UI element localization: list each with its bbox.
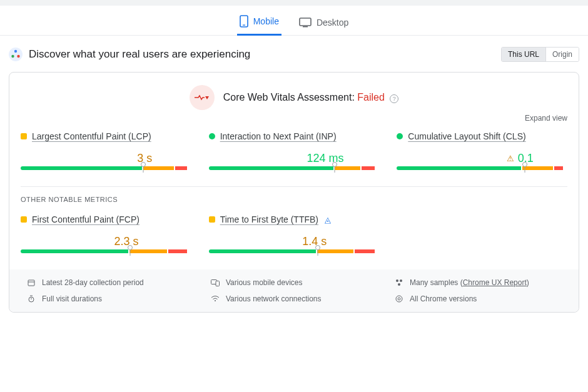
footer-collection-period: Latest 28-day collection period [27,278,193,287]
metric-name[interactable]: Time to First Byte (TTFB) [220,214,318,224]
toggle-origin[interactable]: Origin [546,48,579,61]
core-metric: Cumulative Layout Shift (CLS)⚠0.1 [397,131,567,178]
metric-title: First Contentful Paint (FCP) [21,214,191,224]
expand-view-button[interactable]: Expand view [21,114,567,123]
svg-point-4 [9,48,23,61]
svg-point-21 [398,298,400,300]
metric-name[interactable]: Largest Contentful Paint (LCP) [32,131,151,141]
status-indicator-icon [209,133,215,139]
percentile-marker-icon [332,162,338,168]
crux-logo-icon [9,48,23,61]
footer-samples: Many samples (Chrome UX Report) [395,278,561,287]
tab-mobile[interactable]: Mobile [237,8,281,36]
svg-point-15 [398,283,400,286]
svg-point-14 [400,279,402,282]
scope-toggle: This URL Origin [501,47,579,62]
other-metrics-row: First Contentful Paint (FCP)2.3 sTime to… [21,214,567,261]
timer-icon [27,295,36,303]
metric-title: Interaction to Next Paint (INP) [209,131,380,141]
percentile-marker-icon [315,245,321,251]
distribution-bar [397,166,567,178]
toggle-this-url[interactable]: This URL [502,48,546,61]
tab-mobile-label: Mobile [253,16,279,26]
distribution-bar [21,249,191,261]
svg-rect-1 [243,25,245,26]
svg-point-5 [14,50,17,53]
assessment-status-icon [190,85,215,110]
other-metrics-heading: Other Notable Metrics [21,196,567,203]
footer-network: Various network connections [211,294,377,303]
percentile-marker-icon [140,162,146,168]
distribution-bar [21,166,191,178]
device-tabs: Mobile Desktop [0,6,588,36]
distribution-bar [209,249,380,261]
calendar-icon [27,279,36,286]
distribution-bar [209,166,380,178]
svg-point-6 [11,55,14,58]
other-metric: Time to First Byte (TTFB)◬1.4 s [209,214,380,261]
assessment-status: Failed [357,92,385,103]
crux-report-link[interactable]: Chrome UX Report [463,278,527,287]
metric-title: Largest Contentful Paint (LCP) [21,131,191,141]
svg-rect-9 [28,280,34,286]
svg-rect-2 [300,18,311,26]
percentile-marker-icon [127,245,133,251]
warning-icon: ⚠ [507,154,514,163]
metadata-footer: Latest 28-day collection period Various … [9,269,579,312]
core-metric: Largest Contentful Paint (LCP)3 s [21,131,191,178]
devices-icon [211,279,220,286]
metric-title: Time to First Byte (TTFB)◬ [209,214,380,224]
svg-point-7 [17,55,19,58]
vitals-card: Core Web Vitals Assessment: Failed ? Exp… [9,72,579,313]
status-indicator-icon [21,216,27,223]
desktop-icon [299,18,312,28]
svg-rect-12 [216,281,220,286]
wifi-icon [211,296,220,302]
status-indicator-icon [209,216,215,223]
footer-devices: Various mobile devices [211,278,377,287]
status-indicator-icon [21,133,27,139]
svg-point-13 [396,279,398,282]
svg-point-19 [215,300,216,301]
assessment-label: Core Web Vitals Assessment: Failed ? [223,92,399,103]
metric-name[interactable]: First Contentful Paint (FCP) [32,214,139,224]
samples-icon [395,279,403,286]
footer-versions: All Chrome versions [395,294,561,303]
percentile-marker-icon [522,162,528,168]
footer-durations: Full visit durations [27,294,193,303]
page-title: Discover what your real users are experi… [29,48,250,61]
info-icon[interactable]: ◬ [325,215,331,224]
metric-name[interactable]: Cumulative Layout Shift (CLS) [408,131,525,141]
core-web-vitals-row: Largest Contentful Paint (LCP)3 sInterac… [21,131,567,178]
help-icon[interactable]: ? [390,94,398,103]
core-metric: Interaction to Next Paint (INP)124 ms [209,131,380,178]
svg-point-20 [396,296,402,302]
svg-rect-3 [303,26,308,28]
metric-title: Cumulative Layout Shift (CLS) [397,131,567,141]
svg-marker-8 [205,96,209,99]
other-metric: First Contentful Paint (FCP)2.3 s [21,214,191,261]
tab-desktop[interactable]: Desktop [297,10,351,34]
metric-value: 124 ms [307,152,347,165]
smartphone-icon [240,15,248,28]
chrome-icon [395,295,403,303]
tab-desktop-label: Desktop [317,18,348,28]
metric-name[interactable]: Interaction to Next Paint (INP) [220,131,337,141]
divider [21,186,567,187]
status-indicator-icon [397,133,403,139]
